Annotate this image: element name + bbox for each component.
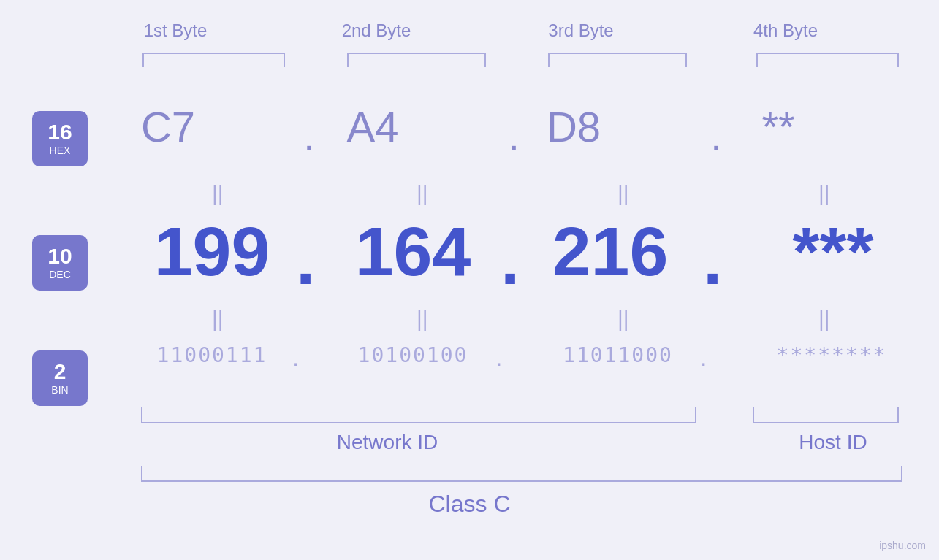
equals-hex-dec-3: || — [617, 181, 629, 206]
equals-dec-bin-1: || — [212, 307, 224, 331]
dot-dec-3: . — [703, 220, 722, 300]
equals-dec-bin-2: || — [417, 307, 428, 331]
dec-value-4: *** — [745, 212, 921, 291]
byte-label-2: 2nd Byte — [303, 20, 449, 41]
badge-num-bin: 2 — [54, 361, 66, 383]
hex-value-2: A4 — [314, 102, 431, 151]
dot-hex-2: . — [508, 111, 520, 160]
main-container: ipshu.com 1st Byte2nd Byte3rd Byte4th By… — [0, 0, 939, 560]
dot-dec-2: . — [501, 220, 520, 300]
badge-dec: 10DEC — [32, 235, 88, 291]
bin-value-3: 11011000 — [547, 343, 689, 367]
dec-value-2: 164 — [332, 212, 493, 291]
bin-value-1: 11000111 — [139, 343, 285, 367]
host-id-bracket — [753, 407, 899, 423]
network-id-bracket — [141, 407, 696, 423]
dot-bin-1: . — [292, 343, 299, 372]
badge-hex: 16HEX — [32, 111, 88, 166]
watermark: ipshu.com — [879, 540, 926, 551]
equals-dec-bin-4: || — [818, 307, 830, 331]
byte-label-3: 3rd Byte — [508, 20, 654, 41]
byte-label-1: 1st Byte — [102, 20, 248, 41]
hex-value-4: ** — [705, 102, 851, 151]
host-id-label: Host ID — [760, 431, 906, 454]
badge-num-hex: 16 — [47, 121, 72, 143]
top-bracket-2 — [347, 53, 486, 67]
badge-label-dec: DEC — [49, 269, 71, 280]
top-bracket-3 — [548, 53, 687, 67]
equals-dec-bin-3: || — [617, 307, 629, 331]
hex-value-1: C7 — [110, 102, 227, 151]
equals-hex-dec-4: || — [818, 181, 830, 206]
dot-hex-3: . — [710, 111, 722, 160]
class-c-bracket — [141, 466, 902, 482]
network-id-label: Network ID — [278, 431, 497, 454]
dot-dec-1: . — [296, 220, 315, 300]
equals-hex-dec-2: || — [417, 181, 428, 206]
class-c-label: Class C — [0, 491, 939, 518]
badge-num-dec: 10 — [47, 245, 72, 267]
badge-label-bin: BIN — [51, 384, 68, 396]
bin-value-4: ******** — [751, 343, 912, 367]
hex-value-3: D8 — [512, 102, 636, 151]
bin-value-2: 10100100 — [343, 343, 482, 367]
dec-value-3: 216 — [526, 212, 694, 291]
top-bracket-1 — [142, 53, 285, 67]
dec-value-1: 199 — [128, 212, 296, 291]
dot-hex-1: . — [303, 111, 315, 160]
dot-bin-3: . — [700, 343, 707, 372]
badge-bin: 2BIN — [32, 350, 88, 406]
byte-label-4: 4th Byte — [712, 20, 859, 41]
badge-label-hex: HEX — [50, 145, 71, 156]
dot-bin-2: . — [495, 343, 502, 372]
equals-hex-dec-1: || — [212, 181, 224, 206]
top-bracket-4 — [756, 53, 899, 67]
